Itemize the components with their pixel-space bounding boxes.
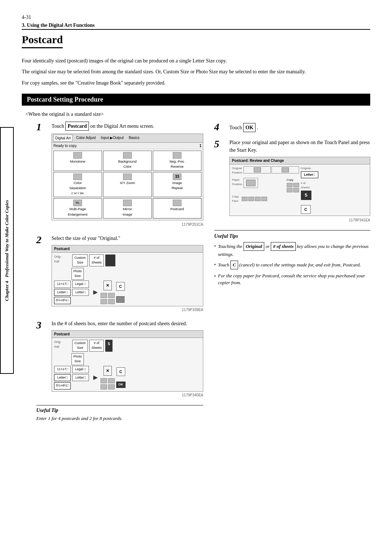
step-5: 5 Place your original and paper as shown… — [214, 139, 370, 225]
useful-tip-box: Useful Tip Enter 1 for 4 postcards and 2… — [36, 405, 203, 422]
btn-multi-page: ML Multi-PageEnlargement — [53, 198, 102, 219]
intro-para-2: The original size may be selected from a… — [22, 68, 370, 76]
step-4: 4 Touch OK . — [214, 122, 370, 133]
step-1-button: Postcard — [65, 122, 89, 131]
btn-xy-zoom: X/Y Zoom — [103, 172, 152, 197]
step-2-number: 2 — [36, 234, 49, 246]
tip-bullet-3: • — [214, 273, 216, 280]
screen-2-mockup: Postcard Orig-inal CustomSize # ofSheets — [52, 245, 203, 306]
img-code-1: 1179P251CA — [52, 222, 203, 227]
btn-postcard: Postcard — [153, 198, 201, 219]
step-1: 1 Touch Postcard on the Digital Art menu… — [36, 122, 203, 229]
step-1-text-post: on the Digital Art menu screen. — [90, 123, 154, 129]
step-1-text-pre: Touch — [52, 123, 64, 129]
intro-para-1: Four identically sized (postcard) images… — [22, 57, 370, 65]
screen-2-title: Postcard — [52, 245, 203, 253]
step-4-text-pre: Touch — [229, 125, 242, 130]
main-heading: Postcard — [22, 33, 63, 48]
btn-mirror-image: MirrorImage — [103, 198, 152, 219]
tab-input-output: Input ▶Output — [99, 135, 125, 142]
step-3: 3 In the # of sheets box, enter the numb… — [36, 320, 203, 400]
step-4-number: 4 — [214, 122, 227, 133]
tip-3-text: For the copy paper for Postcard, consult… — [218, 272, 370, 286]
tip-item-3: • For the copy paper for Postcard, consu… — [214, 272, 370, 286]
useful-tip-text: Enter 1 for 4 postcards and 2 for 8 post… — [36, 415, 203, 422]
tip-2-text: Touch C (cancel) to cancel the settings … — [218, 261, 361, 269]
chapter-side-tab: Professional Way to Make Color Copies Ch… — [0, 127, 14, 374]
btn-color-separation: ColorSeparationC M Y BK — [53, 172, 102, 197]
step-5-number: 5 — [214, 139, 227, 150]
screen-1-status: Ready to copy. 1 — [52, 143, 203, 149]
intro-para-3: For copy samples, see the "Creative Imag… — [22, 79, 370, 87]
step-5-text: Place your original and paper as shown o… — [229, 140, 370, 153]
side-tab-chapter: Chapter 4 — [4, 281, 10, 301]
procedure-header: Postcard Setting Procedure — [22, 94, 370, 106]
section-header: 3. Using the Digital Art Functions — [22, 22, 370, 30]
tip-item-2: • Touch C (cancel) to cancel the setting… — [214, 261, 370, 269]
useful-tips-right: Useful Tips • Touching the Original or #… — [214, 230, 370, 286]
step-1-number: 1 — [36, 122, 49, 133]
img-code-4: 1179P341EA — [229, 217, 370, 223]
screen-1-tabs: Digital Art Color Adjust Input ▶Output B… — [52, 134, 203, 143]
screen-3-mockup: Postcard Orig-inal CustomSize # ofSheets… — [52, 330, 203, 392]
btn-image-repeat: 33 ImageRepeat — [153, 172, 201, 197]
tip-bullet-1: • — [214, 242, 216, 250]
step-3-text: In the # of sheets box, enter the number… — [52, 321, 187, 326]
side-tab-main-text: Professional Way to Make Color Copies — [4, 200, 10, 277]
tip-item-1: • Touching the Original or # of sheets k… — [214, 242, 370, 258]
tip-1-btn-sheets: # of sheets — [271, 242, 295, 251]
useful-tips-right-title: Useful Tips — [214, 233, 370, 239]
img-code-2: 1179P339EA — [52, 307, 203, 313]
step-3-number: 3 — [36, 320, 49, 331]
screen-1-mockup: Digital Art Color Adjust Input ▶Output B… — [52, 134, 203, 220]
step-4-text-post: . — [257, 125, 258, 130]
tip-2-btn-c: C — [230, 261, 238, 269]
btn-monotone: Monotone — [53, 151, 102, 171]
when-text: <When the original is a standard size> — [25, 111, 370, 117]
section-title: 3. Using the Digital Art Functions — [22, 23, 95, 28]
img-code-3: 1179P340EA — [52, 392, 203, 398]
screen-1-buttons: Monotone BackgroundColor Neg.-Pos.Revers… — [52, 149, 203, 220]
tab-digital-art: Digital Art — [53, 135, 73, 142]
btn-background-color: BackgroundColor — [103, 151, 152, 171]
tab-color-adjust: Color Adjust — [75, 135, 97, 142]
step-2-text: Select the size of your "Original." — [52, 236, 121, 241]
tab-basics: Basics — [127, 135, 141, 142]
page-number: 4-31 — [22, 15, 370, 20]
screen-3-title: Postcard — [52, 331, 203, 338]
screen-4-title: Postcard: Review and Change — [230, 157, 370, 164]
step-2: 2 Select the size of your "Original." Po… — [36, 234, 203, 315]
useful-tip-title: Useful Tip — [36, 408, 203, 413]
step-4-button: OK — [243, 123, 256, 132]
screen-4-mockup: Postcard: Review and Change OriginalPosi… — [229, 157, 370, 216]
btn-neg-pos: Neg.-Pos.Reverse — [153, 151, 201, 171]
tip-1-text: Touching the Original or # of sheets key… — [218, 242, 370, 258]
tip-1-btn-original: Original — [244, 242, 265, 251]
tip-bullet-2: • — [214, 261, 216, 268]
